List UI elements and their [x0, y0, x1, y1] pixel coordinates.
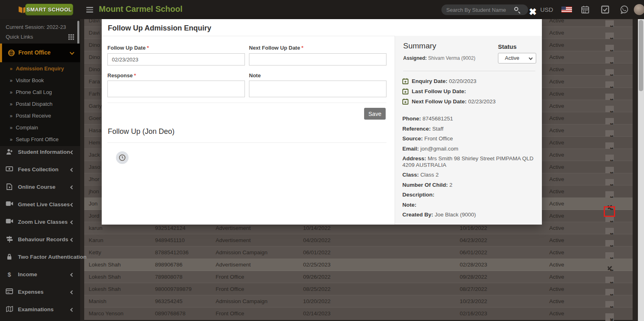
search-input[interactable] — [446, 4, 511, 15]
double-arrow-icon: » — [10, 90, 13, 95]
page-scrollbar-thumb[interactable] — [639, 20, 643, 91]
status-text: Active — [549, 127, 564, 133]
sidebar-subitem-phone-call-log[interactable]: »Phone Call Log — [10, 89, 52, 95]
modal-title: Follow Up Admission Enquiry — [108, 24, 211, 33]
enquiry-phone: 0890768678 — [155, 310, 186, 317]
summary-details: Phone: 8745681251Reference: StaffSource:… — [402, 116, 537, 222]
follow-up-section-title: Follow Up (Jon Deo) — [108, 127, 175, 136]
whatsapp-icon[interactable] — [620, 5, 629, 14]
enquiry-name: Davi — [89, 30, 100, 36]
status-text: Active — [549, 103, 564, 109]
calendar-plus-icon — [402, 88, 412, 94]
behaviour-records-icon — [6, 236, 13, 243]
enquiry-name: Jaso — [89, 164, 100, 170]
required-star: * — [147, 45, 149, 51]
summary-date-row: Enquiry Date: 02/20/2023 — [402, 78, 476, 84]
next-follow-up-date: 04/23/2022 — [460, 237, 487, 243]
hamburger-menu-icon[interactable] — [86, 7, 93, 14]
enquiry-phone: 9489451110 — [155, 237, 185, 243]
enquiry-name: Dino — [89, 54, 100, 60]
sidebar-item-examinations[interactable]: Examinations — [0, 306, 80, 318]
page-scrollbar[interactable] — [638, 19, 644, 321]
sidebar-item-zoom-live-classes[interactable]: Zoom Live Classes — [0, 218, 80, 231]
chevron-left-icon — [70, 221, 74, 225]
chevron-left-icon — [70, 203, 74, 207]
next-follow-up-date: 09/28/2022 — [460, 274, 487, 280]
chevron-down-icon — [529, 56, 533, 60]
sidebar-subitem-postal-receive[interactable]: »Postal Receive — [10, 113, 51, 119]
status-text: Active — [549, 66, 564, 72]
double-arrow-icon: » — [10, 113, 13, 119]
status-text: Active — [549, 140, 564, 146]
double-arrow-icon: » — [10, 101, 13, 107]
modal-close-icon[interactable]: ✖ — [529, 7, 537, 17]
status-text: Active — [549, 262, 564, 268]
response-textarea[interactable] — [107, 81, 245, 97]
summary-detail-line: Note: — [402, 202, 537, 208]
follow-up-date-input[interactable] — [107, 53, 245, 66]
sidebar-item-gmeet-live-classes[interactable]: Gmeet Live Classes — [0, 201, 80, 213]
next-follow-up-date-input[interactable] — [249, 53, 386, 66]
enquiry-date: 02/25/2023 — [303, 262, 331, 268]
sidebar: Current Session: 2022-23 Quick Links Fro… — [0, 19, 80, 321]
enquiry-date: 04/20/2022 — [303, 237, 331, 243]
enquiry-name: karun — [89, 225, 103, 231]
chevron-left-icon — [70, 308, 74, 312]
calendar-icon[interactable] — [581, 5, 589, 14]
delete-button[interactable]: ✖ — [605, 313, 614, 321]
status-text: Active — [549, 42, 564, 48]
annotation-highlight-box — [604, 206, 615, 217]
enquiry-date: 10/20/2022 — [303, 298, 331, 304]
quick-links-grid-icon[interactable] — [68, 34, 74, 40]
clock-icon — [119, 154, 126, 161]
currency-selector[interactable]: USD — [540, 6, 553, 13]
sidebar-item-two-factor-authentication[interactable]: Two Factor Authentication — [0, 253, 80, 266]
sidebar-subitem-visitor-book[interactable]: »Visitor Book — [10, 77, 44, 83]
form-divider — [107, 103, 386, 103]
sidebar-item-student-information[interactable]: Student Information — [0, 148, 80, 161]
quick-links[interactable]: Quick Links — [6, 34, 33, 40]
summary-detail-line: Created By: Joe Black (9000) — [402, 212, 537, 218]
calendar-plus-icon — [402, 98, 412, 105]
summary-date-row: Next Follow Up Date: 02/23/2023 — [402, 98, 496, 105]
enquiry-source: Advertisement — [216, 237, 251, 243]
save-button[interactable]: Save — [364, 108, 386, 120]
language-flag-icon[interactable] — [561, 7, 572, 13]
app-logo[interactable]: SMART SCHOOL — [25, 4, 73, 15]
front-office-label: Front Office — [18, 49, 50, 56]
status-text: Active — [549, 274, 564, 280]
sidebar-item-behaviour-records[interactable]: Behaviour Records — [0, 236, 80, 248]
sidebar-subitem-postal-dispatch[interactable]: »Postal Dispatch — [10, 101, 52, 107]
enquiry-source: Admission Campaign — [216, 298, 268, 304]
enquiry-phone: 789808078 — [155, 274, 183, 280]
todo-check-icon[interactable] — [601, 5, 609, 14]
online-course-icon — [6, 183, 13, 191]
sidebar-item-front-office[interactable]: Front Office — [0, 44, 80, 62]
enquiry-phone: 9325142124 — [155, 225, 186, 231]
follow-up-date-label: Follow Up Date* — [107, 45, 149, 51]
gmeet-live-classes-icon — [6, 201, 13, 208]
enquiry-name: Goer — [89, 115, 101, 121]
note-textarea[interactable] — [249, 81, 386, 97]
two-factor-authentication-icon — [6, 253, 13, 261]
table-row: Marco Yenson0890768678Front Office02/14/… — [84, 308, 633, 320]
status-text: Active — [549, 91, 564, 97]
status-select[interactable]: Active — [498, 53, 536, 63]
enquiry-date: 09/26/2022 — [303, 274, 331, 280]
search-icon[interactable] — [514, 7, 518, 11]
front-office-icon — [8, 49, 15, 57]
status-text: Active — [549, 237, 564, 243]
enquiry-source: Admission Campaign — [216, 249, 268, 255]
user-avatar[interactable] — [634, 4, 644, 15]
sidebar-item-online-course[interactable]: Online Course — [0, 183, 80, 196]
status-text: Active — [549, 152, 564, 158]
sidebar-item-expenses[interactable]: Expenses — [0, 288, 80, 301]
sidebar-item-fees-collection[interactable]: Fees Collection — [0, 166, 80, 178]
table-row: Karun9489451110Advertisement04/20/202204… — [84, 234, 633, 247]
enquiry-date: 08/25/2022 — [303, 286, 331, 292]
sidebar-subitem-complain[interactable]: »Complain — [10, 124, 38, 131]
summary-detail-line: Email: jon@gmail.com — [402, 146, 537, 152]
sidebar-subitem-setup-front-office[interactable]: »Setup Front Office — [10, 136, 59, 142]
sidebar-subitem-admission-enquiry[interactable]: »Admission Enquiry — [10, 66, 64, 72]
sidebar-item-income[interactable]: $Income — [0, 271, 80, 283]
